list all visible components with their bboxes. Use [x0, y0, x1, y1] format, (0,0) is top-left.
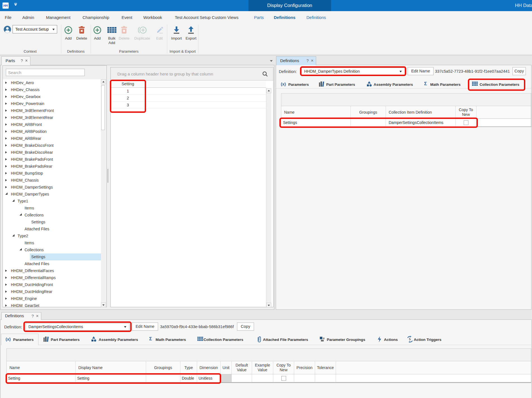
cell-name[interactable]: Setting [7, 374, 76, 382]
menu-definitions-2[interactable]: Definitions [306, 11, 326, 24]
tree-item[interactable]: HHDM_DuctHidingRear [3, 288, 101, 295]
part-parameters-icon[interactable] [43, 336, 49, 342]
assembly-parameters-icon[interactable] [91, 336, 97, 342]
expand-collapsed-icon[interactable] [5, 172, 7, 174]
tree-item[interactable]: HHDev_Aero [3, 79, 101, 86]
tree-item[interactable]: Settings [3, 219, 101, 226]
tree-item[interactable]: HHDM_BrakePadsFront [3, 156, 101, 163]
import-button[interactable]: Import [168, 25, 185, 41]
expand-collapsed-icon[interactable] [5, 137, 7, 140]
tree-item[interactable]: Attached Files [3, 260, 101, 267]
part-parameters-icon[interactable] [319, 81, 325, 87]
tab-parameter-groupings-label[interactable]: Parameter Groupings [327, 338, 365, 342]
menu-management[interactable]: Management [46, 11, 71, 24]
tab-parameters[interactable]: (x) [6, 337, 11, 342]
checkbox-unchecked[interactable] [281, 376, 286, 381]
help-icon[interactable]: ? [32, 312, 34, 319]
expand-collapsed-icon[interactable] [5, 284, 7, 286]
menu-parts[interactable]: Parts [254, 11, 264, 24]
tab-action-triggers-label[interactable]: Action Triggers [414, 338, 441, 342]
collection-parameters-icon[interactable] [472, 81, 478, 87]
math-parameters-icon[interactable]: Σ [424, 81, 427, 87]
tree-item[interactable]: Collections [3, 212, 101, 219]
column-header[interactable]: Type [180, 361, 197, 374]
cell-precision[interactable] [294, 374, 315, 382]
panel-menu-chevron-icon[interactable] [270, 60, 273, 63]
expand-collapsed-icon[interactable] [5, 165, 7, 167]
scrollbar-thumb[interactable] [101, 85, 105, 130]
tab-part-parameters-label[interactable]: Part Parameters [326, 82, 355, 87]
expand-expanded-icon[interactable] [20, 213, 22, 216]
expand-collapsed-icon[interactable] [5, 151, 7, 153]
column-header[interactable]: Collection Item Definition [386, 106, 456, 118]
tree-item[interactable]: Type1 [3, 198, 101, 205]
tree-item[interactable]: HHDM_BumpStop [3, 170, 101, 177]
column-header[interactable]: Groupings [146, 361, 180, 374]
quick-access-chevron-icon[interactable] [14, 4, 17, 7]
help-icon[interactable]: ? [21, 57, 23, 65]
expand-collapsed-icon[interactable] [5, 96, 7, 98]
expand-collapsed-icon[interactable] [5, 270, 7, 272]
table-row[interactable]: Setting Setting Double Unitless [6, 374, 531, 382]
cell-groupings[interactable] [146, 374, 180, 382]
tree-item[interactable]: HHDM_DamperTypes [3, 191, 101, 198]
table-row[interactable]: Settings DamperSettingsCollectionItems [281, 119, 531, 126]
tree-item[interactable]: HHDM_DamperSettings [3, 184, 101, 191]
cell-tolerance[interactable] [315, 374, 336, 382]
cell-copy-to-new[interactable] [456, 119, 477, 126]
tab-part-parameters-label[interactable]: Part Parameters [51, 338, 80, 342]
tree-item[interactable]: HHDM_BrakePadsRear [3, 163, 101, 170]
tab-actions-label[interactable]: Actions [384, 338, 398, 342]
expand-collapsed-icon[interactable] [5, 82, 7, 84]
export-button[interactable]: Export [183, 25, 199, 41]
tree-item[interactable]: HHDM_ARBPosition [3, 128, 101, 135]
tab-parameters[interactable]: (x) [281, 82, 286, 87]
expand-collapsed-icon[interactable] [5, 89, 7, 91]
column-header[interactable]: Precision [294, 361, 315, 374]
edit-name-button[interactable]: Edit Name [132, 323, 158, 331]
tab-parameters-label[interactable]: Parameters [13, 338, 34, 342]
expand-expanded-icon[interactable] [20, 248, 22, 250]
tree-item[interactable]: HHDev_Gearbox [3, 93, 101, 100]
tree-item[interactable]: HHDM_ARBFront [3, 121, 101, 128]
column-header[interactable]: Example Value [252, 361, 273, 374]
tree-item[interactable]: HHDM_DifferentialRamps [3, 274, 101, 281]
tab-math-parameters-label[interactable]: Math Parameters [430, 82, 461, 87]
tree-item[interactable]: HHDev_Powertrain [3, 100, 101, 107]
close-icon[interactable]: × [36, 312, 38, 319]
column-header[interactable]: Name [7, 361, 76, 374]
column-header[interactable]: Display Name [76, 361, 146, 374]
expand-collapsed-icon[interactable] [5, 179, 7, 181]
column-header[interactable]: Unit [221, 361, 232, 374]
group-by-bar[interactable]: Drag a column header here to group by th… [111, 67, 273, 80]
tree-item[interactable]: HHDM_3rdElementFront [3, 107, 101, 114]
tree-item-selected[interactable]: Settings [3, 253, 101, 260]
menu-event[interactable]: Event [122, 11, 132, 24]
tree-item[interactable]: Type2 [3, 233, 101, 240]
tree-item[interactable]: HHDM_Chassis [3, 177, 101, 184]
tree-item[interactable]: HHDM_DuctHidingFront [3, 281, 101, 288]
tree-scrollbar[interactable] [101, 79, 106, 307]
cell-groupings[interactable] [351, 119, 386, 126]
cell-collection-item-definition[interactable]: DamperSettingsCollectionItems [386, 119, 456, 126]
tree-item[interactable]: HHDM_BrakeDiscsFront [3, 142, 101, 149]
grid-row[interactable]: 3 [111, 102, 266, 109]
expand-collapsed-icon[interactable] [5, 130, 7, 133]
tab-assembly-parameters-label[interactable]: Assembly Parameters [374, 82, 413, 87]
expand-collapsed-icon[interactable] [5, 109, 7, 112]
column-header[interactable]: Copy To New [456, 106, 477, 118]
menu-custom-views[interactable]: Test Account Setup Custom Views [175, 11, 238, 24]
cell-type[interactable]: Double [180, 374, 197, 382]
column-header[interactable]: Default Value [232, 361, 252, 374]
scroll-up-button[interactable] [266, 88, 271, 93]
actions-icon[interactable] [377, 336, 382, 343]
column-header[interactable]: Name [281, 106, 351, 118]
search-icon[interactable] [262, 71, 268, 77]
definition-combo[interactable]: DamperSettingsCollectionItems [26, 323, 129, 331]
scroll-up-button[interactable] [101, 79, 106, 84]
close-icon[interactable]: × [311, 57, 313, 65]
tree-item[interactable]: HHDM_ARBRear [3, 135, 101, 142]
assembly-parameters-icon[interactable] [366, 81, 372, 87]
grid-scrollbar[interactable] [266, 88, 271, 307]
grid-row[interactable]: 1 [111, 88, 266, 95]
